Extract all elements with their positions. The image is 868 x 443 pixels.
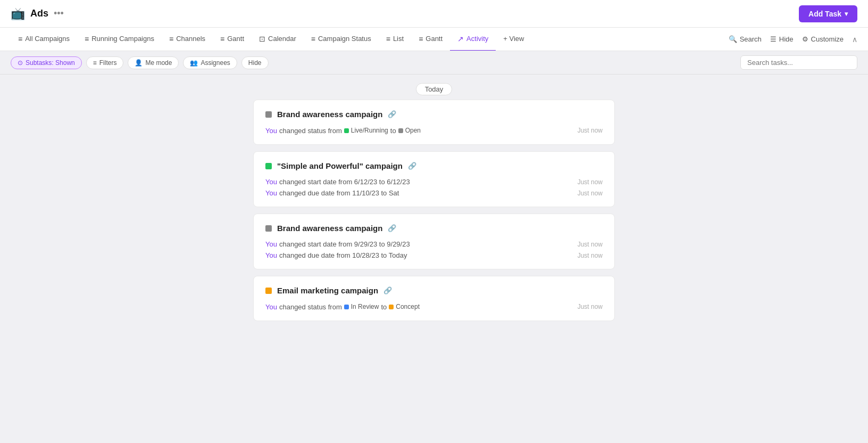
app-branding: 📺 Ads ••• bbox=[11, 7, 64, 21]
card1-to-status: Open bbox=[398, 126, 421, 135]
add-task-button[interactable]: Add Task ▾ bbox=[799, 5, 857, 22]
tab-activity[interactable]: ↗ Activity bbox=[450, 28, 496, 51]
today-bar: Today bbox=[0, 75, 868, 100]
card3-event-1-text: You changed start date from 9/29/23 to 9… bbox=[265, 240, 410, 248]
card3-link-icon[interactable]: 🔗 bbox=[388, 224, 396, 232]
campaign-status-icon: ≡ bbox=[311, 35, 315, 43]
card1-actor: You bbox=[265, 127, 277, 135]
filters-chip[interactable]: ≡ Filters bbox=[86, 56, 124, 69]
card4-to-status-dot bbox=[389, 305, 394, 309]
card2-actor-2: You bbox=[265, 189, 277, 197]
assignees-icon: 👥 bbox=[190, 59, 198, 67]
channels-icon: ≡ bbox=[169, 35, 173, 43]
card2-event-2-text: You changed due date from 11/10/23 to Sa… bbox=[265, 189, 399, 197]
filters-icon: ≡ bbox=[93, 59, 97, 67]
card4-from-status-dot bbox=[344, 305, 349, 309]
card3-actor-2: You bbox=[265, 251, 277, 259]
card2-timestamp-1: Just now bbox=[578, 178, 603, 186]
card1-title[interactable]: Brand awareness campaign bbox=[277, 110, 382, 119]
me-mode-chip[interactable]: 👤 Me mode bbox=[128, 56, 179, 69]
main-content: Today Brand awareness campaign 🔗 You cha… bbox=[0, 75, 868, 443]
card4-title-row: Email marketing campaign 🔗 bbox=[265, 286, 603, 295]
search-tasks-input[interactable] bbox=[740, 55, 857, 70]
tab-gantt2[interactable]: ≡ Gantt bbox=[411, 28, 450, 51]
tab-campaign-status[interactable]: ≡ Campaign Status bbox=[304, 28, 379, 51]
tab-gantt1[interactable]: ≡ Gantt bbox=[213, 28, 252, 51]
tab-running-campaigns[interactable]: ≡ Running Campaigns bbox=[77, 28, 162, 51]
activity-card-2: "Simple and Powerful" campaign 🔗 You cha… bbox=[253, 151, 615, 207]
me-mode-icon: 👤 bbox=[135, 59, 143, 67]
search-nav-icon: 🔍 bbox=[729, 35, 737, 43]
card3-status-dot bbox=[265, 225, 272, 232]
tab-list[interactable]: ≡ List bbox=[379, 28, 411, 51]
hide-nav-icon: ☰ bbox=[770, 35, 777, 43]
card1-title-row: Brand awareness campaign 🔗 bbox=[265, 110, 603, 119]
card2-link-icon[interactable]: 🔗 bbox=[408, 162, 416, 170]
card2-event-1: You changed start date from 6/12/23 to 6… bbox=[265, 178, 603, 186]
card4-link-icon[interactable]: 🔗 bbox=[383, 286, 392, 294]
hide-nav-item[interactable]: ☰ Hide bbox=[770, 35, 794, 43]
card3-title[interactable]: Brand awareness campaign bbox=[277, 224, 382, 233]
top-bar: 📺 Ads ••• Add Task ▾ bbox=[0, 0, 868, 28]
card4-to-status: Concept bbox=[389, 302, 420, 311]
card3-event-2-text: You changed due date from 10/28/23 to To… bbox=[265, 251, 407, 259]
card2-status-dot bbox=[265, 163, 272, 169]
card4-timestamp: Just now bbox=[578, 303, 603, 310]
card4-event-1: You changed status from In Review to Con… bbox=[265, 302, 603, 311]
card1-from-status-dot bbox=[344, 128, 349, 133]
tab-calendar[interactable]: ⊡ Calendar bbox=[252, 28, 304, 51]
filter-bar: ⊙ Subtasks: Shown ≡ Filters 👤 Me mode 👥 … bbox=[0, 51, 868, 75]
nav-right-actions: 🔍 Search ☰ Hide ⚙ Customize ∧ bbox=[729, 35, 857, 44]
more-icon[interactable]: ••• bbox=[54, 8, 64, 19]
card1-link-icon[interactable]: 🔗 bbox=[388, 110, 396, 118]
card2-title[interactable]: "Simple and Powerful" campaign bbox=[277, 161, 403, 170]
card2-actor-1: You bbox=[265, 178, 277, 186]
app-title: Ads bbox=[30, 8, 48, 19]
activity-card-1: Brand awareness campaign 🔗 You changed s… bbox=[253, 100, 615, 145]
running-campaigns-icon: ≡ bbox=[85, 35, 89, 43]
activity-card-3: Brand awareness campaign 🔗 You changed s… bbox=[253, 214, 615, 269]
card2-event-1-text: You changed start date from 6/12/23 to 6… bbox=[265, 178, 410, 186]
list-icon: ≡ bbox=[386, 35, 390, 43]
tab-add-view[interactable]: + View bbox=[496, 28, 531, 51]
customize-nav-item[interactable]: ⚙ Customize bbox=[802, 35, 844, 43]
collapse-button[interactable]: ∧ bbox=[852, 35, 857, 44]
gantt2-icon: ≡ bbox=[419, 35, 423, 43]
card1-from-status: Live/Running bbox=[344, 126, 388, 135]
assignees-chip[interactable]: 👥 Assignees bbox=[183, 56, 237, 69]
card1-event-1-text: You changed status from Live/Running to … bbox=[265, 126, 421, 135]
card4-status-dot bbox=[265, 288, 272, 294]
search-nav-item[interactable]: 🔍 Search bbox=[729, 35, 762, 43]
calendar-icon: ⊡ bbox=[259, 35, 265, 43]
activity-card-4: Email marketing campaign 🔗 You changed s… bbox=[253, 276, 615, 321]
card1-to-status-dot bbox=[398, 128, 403, 133]
tab-all-campaigns[interactable]: ≡ All Campaigns bbox=[11, 28, 77, 51]
subtasks-chip[interactable]: ⊙ Subtasks: Shown bbox=[11, 56, 82, 69]
hide-chip[interactable]: Hide bbox=[241, 56, 269, 69]
card2-title-row: "Simple and Powerful" campaign 🔗 bbox=[265, 161, 603, 170]
nav-tabs: ≡ All Campaigns ≡ Running Campaigns ≡ Ch… bbox=[0, 28, 868, 51]
card4-title[interactable]: Email marketing campaign bbox=[277, 286, 378, 295]
card4-actor: You bbox=[265, 303, 277, 311]
today-badge: Today bbox=[416, 83, 453, 95]
card3-title-row: Brand awareness campaign 🔗 bbox=[265, 224, 603, 233]
card3-actor-1: You bbox=[265, 240, 277, 248]
card3-event-2: You changed due date from 10/28/23 to To… bbox=[265, 251, 603, 259]
card3-event-1: You changed start date from 9/29/23 to 9… bbox=[265, 240, 603, 248]
add-task-chevron-icon: ▾ bbox=[845, 10, 848, 18]
card1-timestamp: Just now bbox=[578, 127, 603, 134]
card2-timestamp-2: Just now bbox=[578, 190, 603, 197]
all-campaigns-icon: ≡ bbox=[18, 35, 22, 43]
card4-event-1-text: You changed status from In Review to Con… bbox=[265, 302, 420, 311]
activity-cards: Brand awareness campaign 🔗 You changed s… bbox=[243, 100, 625, 321]
tab-channels[interactable]: ≡ Channels bbox=[162, 28, 213, 51]
card1-event-1: You changed status from Live/Running to … bbox=[265, 126, 603, 135]
card4-from-status: In Review bbox=[344, 302, 379, 311]
card1-status-dot bbox=[265, 111, 272, 118]
customize-nav-icon: ⚙ bbox=[802, 35, 808, 43]
activity-icon: ↗ bbox=[457, 35, 464, 43]
card3-timestamp-2: Just now bbox=[578, 252, 603, 259]
card3-timestamp-1: Just now bbox=[578, 241, 603, 248]
app-icon: 📺 bbox=[11, 7, 25, 21]
gantt1-icon: ≡ bbox=[220, 35, 224, 43]
